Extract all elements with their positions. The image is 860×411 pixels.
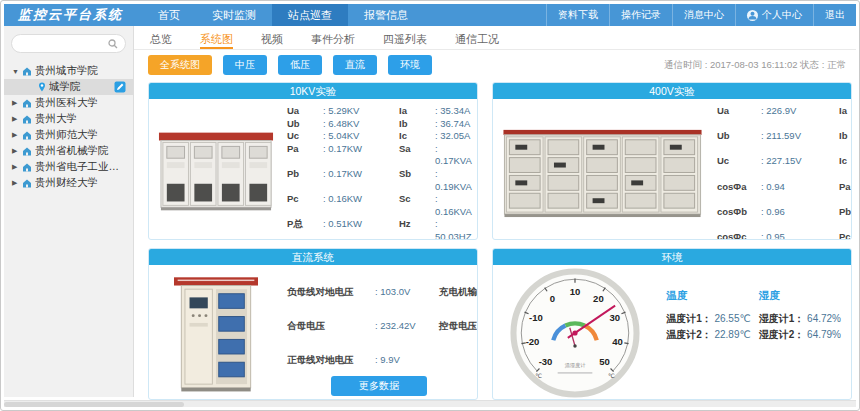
tab[interactable]: 视频 bbox=[261, 32, 283, 49]
measurement-value: : 50.03HZ bbox=[435, 218, 471, 240]
measurement-row: 负母线对地电压 : 103.0V 充电机输出电压 : 247.70V bbox=[287, 283, 471, 317]
tab[interactable]: 通信工况 bbox=[455, 32, 499, 49]
measurement-value: : 226.9V bbox=[761, 105, 839, 130]
measurements-400v: Ua : 226.9V Ia : 33.94A Ub : 211.59V Ib … bbox=[717, 105, 845, 240]
measurement-value: : 0.17KVA bbox=[435, 143, 472, 168]
tree-item[interactable]: ▶ 贵州财经大学 bbox=[4, 175, 133, 191]
nav-item[interactable]: 首页 bbox=[142, 4, 196, 26]
horizontal-scrollbar[interactable] bbox=[4, 400, 856, 407]
header-menu-item[interactable]: 个人中心 bbox=[735, 4, 813, 26]
search-input[interactable] bbox=[19, 38, 108, 49]
building-icon bbox=[22, 179, 32, 188]
measurement-label: Ub bbox=[287, 118, 323, 131]
tree-expand-arrow[interactable]: ▼ bbox=[12, 68, 22, 75]
scrollbar-thumb[interactable] bbox=[4, 402, 184, 407]
header-menu-item[interactable]: 资料下载 bbox=[546, 4, 609, 26]
panel-environment: 环境 bbox=[492, 248, 852, 400]
measurement-label: Ib bbox=[839, 130, 852, 155]
measurement-value: : 5.04KV bbox=[323, 130, 399, 143]
env-reading-row: 湿度计2： 64.79% bbox=[759, 327, 841, 343]
building-icon bbox=[22, 131, 32, 140]
measurement-value: : 0.16KVA bbox=[435, 193, 472, 218]
tree-expand-arrow[interactable]: ▶ bbox=[12, 131, 22, 139]
tab[interactable]: 系统图 bbox=[200, 32, 233, 49]
tab-label: 事件分析 bbox=[311, 33, 355, 45]
tree-item-label: 贵州师范大学 bbox=[35, 128, 98, 142]
gauge-unit: ℃ bbox=[608, 373, 615, 379]
switchgear-10kv-image bbox=[155, 105, 277, 235]
tree-item[interactable]: ▶ 贵州师范大学 bbox=[4, 127, 133, 143]
measurement-value: : 6.48KV bbox=[323, 118, 399, 131]
tree-item[interactable]: ▶ 贵州大学 bbox=[4, 111, 133, 127]
measurement-value: : 0.96 bbox=[761, 206, 839, 231]
tree-item[interactable]: ▶ 贵州医科大学 bbox=[4, 95, 133, 111]
measurement-value: : 0.17KW bbox=[323, 143, 399, 168]
tab[interactable]: 四遥列表 bbox=[383, 32, 427, 49]
panel-dc: 直流系统 bbox=[148, 248, 478, 400]
measurement-value: : 0.94 bbox=[761, 181, 839, 206]
measurement-label: Uc bbox=[287, 130, 323, 143]
measurement-label: Ua bbox=[287, 105, 323, 118]
tree-item[interactable]: ▼ 贵州城市学院 bbox=[4, 63, 133, 79]
tab-label: 总览 bbox=[150, 33, 172, 45]
sidebar: ▼ 贵州城市学院 城学院 ▶ bbox=[4, 26, 134, 397]
measurement-label: 控母电压 bbox=[439, 317, 478, 351]
measurement-value: : 0.19KVA bbox=[435, 168, 472, 193]
measurement-row: 正母线对地电压 : 9.9V bbox=[287, 351, 471, 368]
tree-expand-arrow[interactable]: ▶ bbox=[12, 163, 22, 171]
measurement-value: : 9.9V bbox=[375, 351, 439, 368]
header-menu-item[interactable]: 退出 bbox=[813, 4, 856, 26]
tree-item-label: 贵州财经大学 bbox=[35, 176, 98, 190]
measurement-label: Ic bbox=[399, 130, 435, 143]
panel-10kv-title: 10KV实验 bbox=[149, 83, 477, 99]
more-data-button[interactable]: 更多数据 bbox=[331, 376, 427, 396]
temperature-rows: 温度计1： 26.55℃ 温度计2： 22.89℃ bbox=[666, 311, 751, 343]
panel-400v-title: 400V实验 bbox=[493, 83, 851, 99]
tree-item[interactable]: ▶ 贵州省机械学院 bbox=[4, 143, 133, 159]
sidebar-search bbox=[11, 34, 126, 53]
building-icon bbox=[22, 99, 32, 108]
filter-button[interactable]: 环境 bbox=[388, 55, 432, 75]
filter-buttons: 全系统图 中压 低压 直流 环境 bbox=[148, 55, 432, 75]
tree-expand-arrow[interactable]: ▶ bbox=[12, 147, 22, 155]
filter-button[interactable]: 中压 bbox=[223, 55, 267, 75]
header-menu-item[interactable]: 消息中心 bbox=[672, 4, 735, 26]
measurement-label: Ic bbox=[839, 155, 852, 180]
measurement-value: : 0.16KW bbox=[323, 193, 399, 218]
nav-item[interactable]: 实时监测 bbox=[196, 4, 272, 26]
app-logo: 监控云平台系统 bbox=[4, 4, 142, 26]
measurement-row: Ub : 211.59V Ib : 37.67A bbox=[717, 130, 845, 155]
measurement-row: P总 : 0.51KW Hz : 50.03HZ bbox=[287, 218, 471, 240]
nav-item[interactable]: 报警信息 bbox=[348, 4, 424, 26]
measurement-value: : 5.29KV bbox=[323, 105, 399, 118]
measurement-value: : 227.15V bbox=[761, 155, 839, 180]
filter-button[interactable]: 低压 bbox=[278, 55, 322, 75]
dc-cabinet-image bbox=[155, 271, 277, 395]
nav-item-label: 首页 bbox=[158, 9, 180, 21]
switchgear-10kv-drawing bbox=[157, 124, 275, 216]
measurement-label: P总 bbox=[287, 218, 323, 240]
nav-item[interactable]: 站点巡查 bbox=[272, 4, 348, 26]
measurement-label: Sc bbox=[399, 193, 435, 218]
filter-button-label: 中压 bbox=[235, 59, 255, 70]
tab[interactable]: 总览 bbox=[150, 32, 172, 49]
measurement-label: Sa bbox=[399, 143, 435, 168]
edit-icon[interactable] bbox=[114, 81, 126, 93]
header-menu-item[interactable]: 操作记录 bbox=[609, 4, 672, 26]
measurement-label: 负母线对地电压 bbox=[287, 283, 375, 317]
filter-button[interactable]: 直流 bbox=[333, 55, 377, 75]
env-reading-label: 温度计2： bbox=[666, 329, 712, 340]
gauge-tick: -20 bbox=[525, 336, 539, 347]
tree-expand-arrow[interactable]: ▶ bbox=[12, 115, 22, 123]
tab-bar: 总览 系统图 视频 事件分析 四遥列表 通信工况 bbox=[134, 26, 856, 50]
user-avatar-icon bbox=[747, 10, 758, 21]
tree-expand-arrow[interactable]: ▶ bbox=[12, 179, 22, 187]
tree-expand-arrow[interactable]: ▶ bbox=[12, 99, 22, 107]
tab[interactable]: 事件分析 bbox=[311, 32, 355, 49]
filter-button[interactable]: 全系统图 bbox=[148, 55, 212, 75]
search-icon[interactable] bbox=[108, 35, 118, 53]
tree-item[interactable]: 城学院 bbox=[4, 79, 133, 95]
tree-item[interactable]: ▶ 贵州省电子工业学院 bbox=[4, 159, 133, 175]
measurement-value: : 0.51KW bbox=[323, 218, 399, 240]
tree-item-label: 贵州省电子工业学院 bbox=[35, 160, 129, 174]
